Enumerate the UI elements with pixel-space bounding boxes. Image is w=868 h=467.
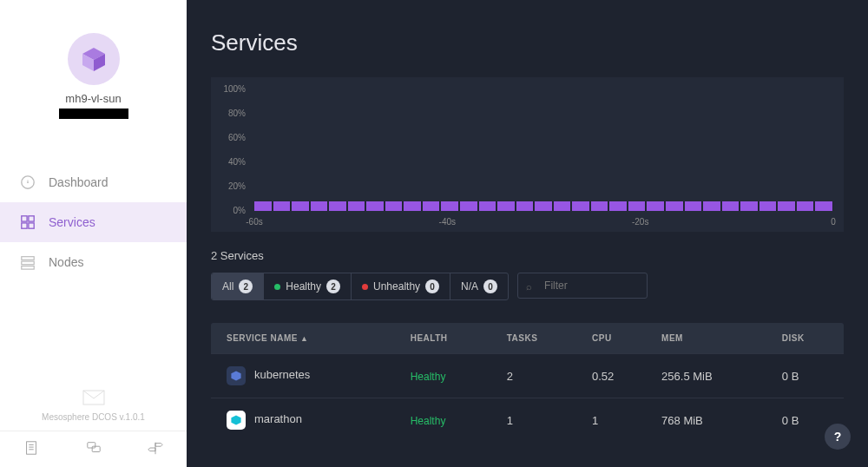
chart-bar <box>628 201 647 211</box>
gauge-icon <box>19 174 36 191</box>
chart-ytick: 0% <box>216 206 246 215</box>
table-row[interactable]: kubernetes Healthy 2 0.52 256.5 MiB 0 B <box>211 354 844 398</box>
footer-version: Mesosphere DCOS v.1.0.1 <box>0 412 187 422</box>
filter-tab-label: Unhealthy <box>373 280 420 293</box>
chart-bar <box>740 201 759 211</box>
cube-icon <box>80 45 108 73</box>
svg-marker-20 <box>148 448 155 451</box>
sidebar: mh9-vl-sun Dashboard Services Nodes Meso… <box>0 0 187 467</box>
filter-tab-all[interactable]: All 2 <box>212 273 264 299</box>
svg-rect-4 <box>22 216 27 221</box>
cluster-name: mh9-vl-sun <box>0 92 187 105</box>
health-status: Healthy <box>411 371 446 383</box>
chart-bar <box>685 201 703 211</box>
svg-rect-12 <box>26 442 36 454</box>
chart-bar <box>647 201 665 211</box>
chart-ytick: 40% <box>216 157 246 167</box>
sidebar-bottom-bar <box>0 431 187 467</box>
disk-value: 0 B <box>773 354 844 398</box>
chart-bar <box>254 201 273 211</box>
sidebar-item-dashboard[interactable]: Dashboard <box>0 162 187 202</box>
chart-bar <box>441 201 459 211</box>
chat-icon <box>86 440 102 456</box>
svg-rect-8 <box>22 257 34 260</box>
bottom-tour-button[interactable] <box>124 431 187 467</box>
page-title: Services <box>211 30 844 56</box>
col-header-cpu[interactable]: CPU <box>583 323 653 354</box>
sidebar-footer-brand: Mesosphere DCOS v.1.0.1 <box>0 381 187 431</box>
filter-input-wrap: ⌕ <box>517 273 648 300</box>
docs-icon <box>23 440 39 456</box>
chart-bar <box>572 201 590 211</box>
chart-bar <box>292 201 310 211</box>
col-header-tasks[interactable]: TASKS <box>498 323 583 354</box>
sidebar-item-label: Services <box>49 215 95 229</box>
sidebar-item-services[interactable]: Services <box>0 202 187 242</box>
sidebar-item-label: Nodes <box>49 255 83 269</box>
sidebar-item-nodes[interactable]: Nodes <box>0 242 187 282</box>
svg-rect-17 <box>92 446 100 451</box>
signpost-icon <box>148 440 163 456</box>
chart-bar <box>591 201 609 211</box>
cluster-avatar <box>68 33 120 85</box>
filter-tab-count: 2 <box>239 280 253 293</box>
col-header-health[interactable]: HEALTH <box>402 323 498 354</box>
chart-bar <box>760 201 778 211</box>
sidebar-nav: Dashboard Services Nodes <box>0 162 187 381</box>
col-header-name[interactable]: SERVICE NAME▲ <box>211 323 402 354</box>
col-header-disk[interactable]: DISK <box>773 323 844 354</box>
chart-xtick: -40s <box>439 217 456 227</box>
filter-tab-label: N/A <box>461 280 478 293</box>
help-button[interactable]: ? <box>825 424 851 450</box>
chart-bar <box>311 201 329 211</box>
cluster-subtitle-redacted <box>59 109 128 119</box>
chart-xtick: -60s <box>246 217 262 227</box>
main-content: Services 100%80%60%40%20%0%-60s-40s-20s0… <box>187 0 868 467</box>
svg-rect-10 <box>22 266 34 270</box>
bottom-docs-button[interactable] <box>0 431 62 467</box>
filter-input[interactable] <box>517 273 648 299</box>
services-summary: 2 Services <box>211 249 844 262</box>
service-name: kubernetes <box>254 368 310 381</box>
filter-tab-na[interactable]: N/A 0 <box>450 273 508 299</box>
chart-bar <box>479 201 497 211</box>
chart-bar <box>609 201 628 211</box>
filter-tab-count: 2 <box>326 280 340 293</box>
service-name: marathon <box>254 412 302 425</box>
filter-tab-label: All <box>222 280 233 293</box>
chart-bar <box>815 201 833 211</box>
chart-bar <box>703 201 721 211</box>
health-status: Healthy <box>411 415 446 427</box>
tasks-value: 2 <box>498 354 583 398</box>
sidebar-item-label: Dashboard <box>49 175 108 189</box>
chart-xtick: 0 <box>831 217 836 227</box>
chart-bar <box>385 201 404 211</box>
chart-ytick: 60% <box>216 133 246 142</box>
chart-bar <box>666 201 684 211</box>
mem-value: 256.5 MiB <box>653 354 773 398</box>
chart-bar <box>404 201 422 211</box>
chart-bar <box>329 201 347 211</box>
bottom-chat-button[interactable] <box>62 431 125 467</box>
svg-rect-6 <box>22 223 27 228</box>
chart-bar <box>497 201 516 211</box>
status-dot-healthy <box>274 284 280 290</box>
grid-icon <box>19 214 36 231</box>
svg-marker-19 <box>155 444 162 447</box>
chart-bar <box>273 201 292 211</box>
status-dot-unhealthy <box>362 284 368 290</box>
mem-value: 768 MiB <box>653 398 773 443</box>
table-row[interactable]: marathon Healthy 1 1 768 MiB 0 B <box>211 398 844 443</box>
chart-bar <box>460 201 478 211</box>
filter-tab-unhealthy[interactable]: Unhealthy 0 <box>352 273 450 299</box>
chart-bar <box>366 201 385 211</box>
col-header-mem[interactable]: MEM <box>653 323 773 354</box>
chart-bar <box>535 201 553 211</box>
sort-asc-icon: ▲ <box>300 334 308 343</box>
filter-tab-healthy[interactable]: Healthy 2 <box>264 273 352 299</box>
services-table: SERVICE NAME▲ HEALTH TASKS CPU MEM DISK … <box>211 323 844 442</box>
chart-bar <box>722 201 740 211</box>
chart-bar <box>778 201 796 211</box>
filter-tab-count: 0 <box>483 280 497 293</box>
chart-bar <box>516 201 535 211</box>
